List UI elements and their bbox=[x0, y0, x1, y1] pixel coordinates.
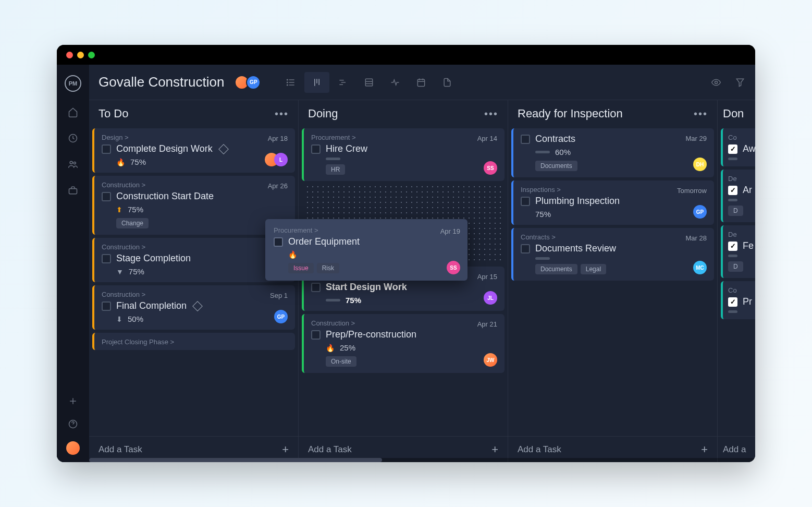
tag[interactable]: Documents bbox=[535, 264, 577, 274]
avatar[interactable]: L bbox=[274, 153, 288, 166]
task-card[interactable]: Design > Complete Design Work Apr 18 🔥 7… bbox=[92, 128, 295, 173]
briefcase-icon[interactable] bbox=[67, 185, 79, 196]
clock-icon[interactable] bbox=[67, 132, 79, 144]
svg-point-8 bbox=[287, 79, 288, 80]
column-menu-button[interactable]: ••• bbox=[275, 108, 289, 120]
avatar[interactable]: MC bbox=[693, 261, 707, 274]
task-card[interactable]: Construction > Stage Completion ▼ 75% JW bbox=[92, 238, 295, 282]
add-task-label: Add a Task bbox=[99, 444, 142, 455]
task-checkbox[interactable] bbox=[728, 186, 737, 195]
task-checkbox[interactable] bbox=[102, 192, 111, 201]
close-window-button[interactable] bbox=[66, 52, 73, 58]
avatar[interactable]: GP bbox=[274, 310, 288, 323]
tag[interactable]: Risk bbox=[317, 263, 339, 273]
column-menu-button[interactable]: ••• bbox=[694, 108, 708, 120]
task-checkbox[interactable] bbox=[102, 254, 111, 263]
gantt-view-button[interactable] bbox=[330, 72, 355, 93]
due-date: Apr 26 bbox=[268, 182, 288, 190]
task-checkbox[interactable] bbox=[728, 144, 737, 154]
progress-text: 75% bbox=[129, 267, 144, 276]
avatar[interactable]: SS bbox=[447, 261, 460, 274]
user-avatar[interactable] bbox=[66, 441, 80, 455]
project-members[interactable]: GP bbox=[235, 75, 261, 90]
activity-view-button[interactable] bbox=[383, 72, 408, 93]
task-card[interactable]: Inspections > Plumbing Inspection Tomorr… bbox=[511, 180, 714, 225]
filter-icon[interactable] bbox=[734, 77, 746, 88]
progress-text: 25% bbox=[340, 343, 355, 352]
board-view-button[interactable] bbox=[304, 72, 329, 93]
task-card[interactable]: Project Closing Phase > bbox=[92, 333, 295, 350]
card-title: Aw bbox=[743, 143, 755, 154]
task-checkbox[interactable] bbox=[728, 297, 737, 307]
task-card[interactable]: Co Aw bbox=[721, 128, 755, 166]
add-icon[interactable] bbox=[67, 395, 79, 407]
task-checkbox[interactable] bbox=[521, 197, 530, 206]
card-title: Complete Design Work bbox=[116, 143, 213, 154]
progress-text: 75% bbox=[128, 205, 143, 214]
fire-icon: 🔥 bbox=[288, 250, 297, 259]
tag[interactable]: Legal bbox=[581, 264, 606, 274]
task-card[interactable]: Construction > Construction Start Date A… bbox=[92, 176, 295, 235]
tag[interactable]: Issue bbox=[288, 263, 314, 273]
task-checkbox[interactable] bbox=[102, 144, 111, 154]
card-breadcrumb: De bbox=[728, 175, 755, 183]
file-view-button[interactable] bbox=[435, 72, 460, 93]
avatar[interactable]: DH bbox=[693, 158, 707, 171]
task-checkbox[interactable] bbox=[102, 301, 111, 311]
task-checkbox[interactable] bbox=[521, 244, 530, 254]
avatar[interactable]: SS bbox=[484, 161, 497, 175]
svg-point-9 bbox=[287, 82, 288, 83]
maximize-window-button[interactable] bbox=[88, 52, 95, 58]
task-checkbox[interactable] bbox=[274, 237, 283, 247]
progress-bar bbox=[728, 158, 737, 160]
progress-bar bbox=[728, 310, 737, 313]
home-icon[interactable] bbox=[67, 106, 79, 118]
task-checkbox[interactable] bbox=[311, 283, 321, 292]
avatar[interactable]: GP bbox=[693, 205, 707, 219]
tag[interactable]: D bbox=[728, 261, 743, 272]
due-date: Apr 21 bbox=[477, 320, 497, 328]
task-checkbox[interactable] bbox=[521, 135, 530, 144]
tag[interactable]: D bbox=[728, 206, 743, 216]
fire-icon: 🔥 bbox=[326, 344, 335, 352]
task-card[interactable]: Construction > Final Completion Sep 1 ⬇ … bbox=[92, 285, 295, 330]
task-checkbox[interactable] bbox=[311, 330, 321, 340]
task-card[interactable]: Contracts Mar 29 60% Documents DH bbox=[511, 128, 714, 177]
tag[interactable]: HR bbox=[326, 164, 345, 175]
visibility-icon[interactable] bbox=[710, 77, 722, 88]
people-icon[interactable] bbox=[67, 159, 79, 170]
avatar[interactable]: GP bbox=[246, 75, 261, 90]
app-window: PM bbox=[57, 45, 755, 462]
task-card[interactable]: Construction > Prep/Pre-construction Apr… bbox=[302, 314, 505, 373]
card-breadcrumb: Construction > bbox=[102, 291, 288, 298]
avatar[interactable]: JW bbox=[484, 353, 497, 367]
task-card[interactable]: Procurement > Hire Crew Apr 14 HR SS bbox=[302, 128, 505, 181]
app-logo[interactable]: PM bbox=[65, 75, 81, 92]
plus-icon: + bbox=[491, 443, 498, 456]
horizontal-scrollbar[interactable] bbox=[89, 458, 755, 462]
plus-icon: + bbox=[282, 443, 289, 456]
tag[interactable]: Change bbox=[116, 218, 149, 228]
task-card[interactable]: De Ar D bbox=[721, 170, 755, 222]
dragging-card[interactable]: Procurement > Order Equipment Apr 19 🔥 I… bbox=[265, 219, 467, 281]
task-card[interactable]: Co Pr bbox=[721, 281, 755, 319]
task-card[interactable]: De Fe D bbox=[721, 225, 755, 278]
task-checkbox[interactable] bbox=[728, 242, 737, 251]
progress-text: 75% bbox=[535, 210, 551, 219]
avatar[interactable]: JL bbox=[484, 291, 497, 305]
tag[interactable]: Documents bbox=[535, 161, 577, 171]
column-menu-button[interactable]: ••• bbox=[484, 108, 498, 120]
due-date: Mar 28 bbox=[686, 234, 707, 242]
minimize-window-button[interactable] bbox=[77, 52, 84, 58]
tag[interactable]: On-site bbox=[326, 356, 356, 367]
help-icon[interactable] bbox=[67, 418, 79, 430]
column-header: Ready for Inspection ••• bbox=[508, 100, 717, 127]
app-body: PM bbox=[57, 65, 755, 462]
task-card[interactable]: Contracts > Documents Review Mar 28 Docu… bbox=[511, 228, 714, 281]
sheet-view-button[interactable] bbox=[356, 72, 382, 93]
task-checkbox[interactable] bbox=[311, 144, 321, 154]
card-breadcrumb: Construction > bbox=[102, 181, 288, 189]
scrollbar-thumb[interactable] bbox=[89, 458, 382, 462]
calendar-view-button[interactable] bbox=[409, 72, 434, 93]
list-view-button[interactable] bbox=[278, 72, 303, 93]
